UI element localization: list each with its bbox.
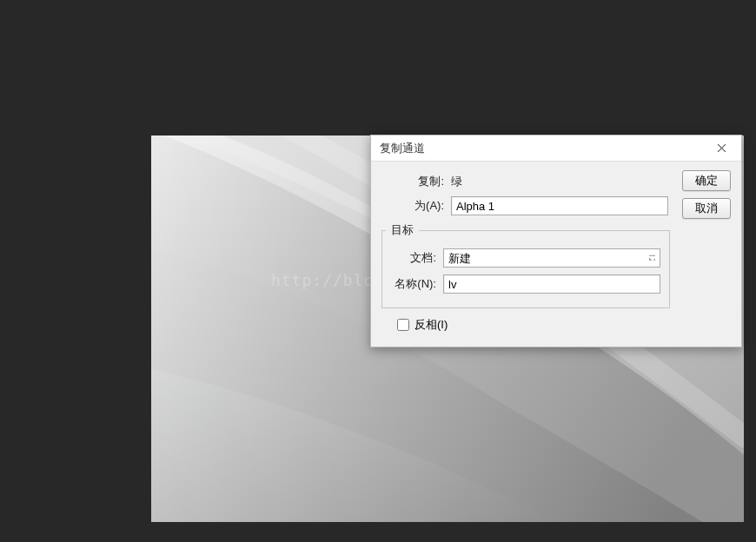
duplicate-channel-dialog: 复制通道 复制: 绿 为(A): 目标 文档: — [370, 135, 742, 347]
cancel-button[interactable]: 取消 — [682, 198, 731, 219]
invert-checkbox[interactable] — [397, 319, 409, 331]
dialog-titlebar[interactable]: 复制通道 — [371, 136, 741, 162]
as-input[interactable] — [451, 196, 668, 215]
invert-label: 反相(I) — [414, 317, 448, 333]
as-label: 为(A): — [381, 198, 444, 214]
destination-legend: 目标 — [386, 222, 419, 238]
close-icon — [717, 143, 726, 153]
copy-label: 复制: — [381, 174, 444, 189]
copy-source-value: 绿 — [451, 174, 462, 189]
document-select[interactable]: 新建 — [443, 248, 660, 268]
dialog-title: 复制通道 — [380, 141, 425, 156]
document-label: 文档: — [386, 250, 436, 266]
name-input[interactable] — [443, 274, 660, 294]
ok-button[interactable]: 确定 — [682, 170, 731, 191]
name-label: 名称(N): — [386, 276, 436, 292]
close-button[interactable] — [706, 139, 736, 158]
destination-fieldset: 目标 文档: 新建 名称(N): — [381, 222, 670, 308]
